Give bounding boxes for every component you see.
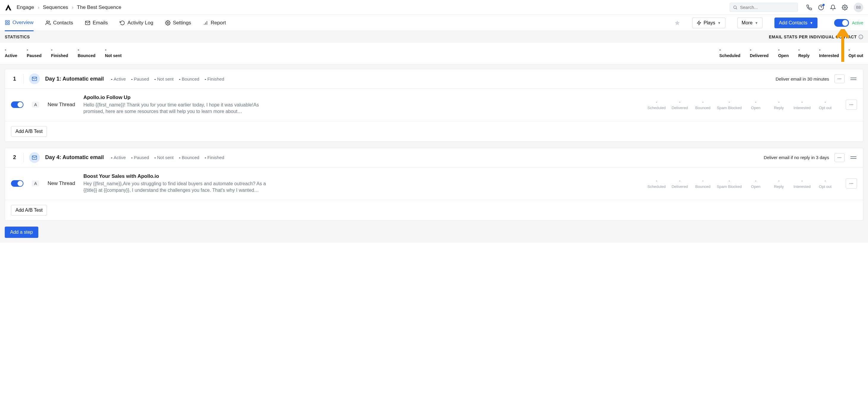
breadcrumb-engage[interactable]: Engage: [17, 4, 34, 10]
star-icon[interactable]: [674, 20, 680, 26]
thread-stat: -Spam Blocked: [717, 99, 742, 110]
step-menu-button[interactable]: [834, 74, 844, 83]
search-input[interactable]: [740, 5, 795, 10]
bell-icon[interactable]: [830, 4, 836, 10]
email-icon: [29, 74, 40, 84]
svg-point-24: [849, 105, 850, 105]
svg-point-4: [844, 6, 846, 8]
chevron-down-icon: ▼: [810, 21, 813, 25]
variant-badge: A: [32, 102, 39, 108]
drag-handle-icon[interactable]: [850, 77, 857, 81]
step-header: 1Day 1: Automatic emailActivePausedNot s…: [5, 69, 863, 89]
thread-stats: -Scheduled-Delivered-Bounced-Spam Blocke…: [647, 99, 834, 110]
step-title: Day 4: Automatic email: [45, 154, 104, 161]
step-mini-stat: Bounced: [179, 77, 199, 82]
thread-stat: -Interested: [793, 99, 811, 110]
step-mini-stat: Paused: [131, 155, 149, 160]
svg-point-19: [838, 79, 839, 79]
stat-value: -: [51, 47, 68, 52]
stat-label: Interested: [819, 53, 839, 58]
svg-point-20: [839, 79, 840, 79]
thread-toggle[interactable]: [11, 180, 24, 187]
email-body[interactable]: Boost Your Sales with Apollo.ioHey {{fir…: [84, 173, 274, 194]
stat-item: -Bounced: [78, 47, 95, 58]
stat-item: -Reply: [798, 47, 809, 58]
thread-stat-value: -: [717, 99, 742, 105]
info-icon[interactable]: [859, 34, 863, 39]
logo-icon: [5, 4, 12, 11]
phone-icon[interactable]: [806, 4, 812, 10]
thread-stat: -Scheduled: [647, 99, 666, 110]
thread-stat: -Interested: [793, 178, 811, 189]
sequence-active-toggle[interactable]: [834, 19, 849, 27]
thread-stat-value: -: [671, 99, 689, 105]
chevron-right-icon: ›: [71, 4, 73, 10]
svg-point-21: [840, 79, 841, 79]
thread-stat: -Scheduled: [647, 178, 666, 189]
tab-contacts[interactable]: Contacts: [45, 15, 73, 31]
svg-rect-8: [5, 23, 7, 25]
drag-handle-icon[interactable]: [850, 155, 857, 160]
thread-label: New Thread: [48, 180, 75, 186]
thread-stat-value: -: [671, 178, 689, 183]
thread-stat-value: -: [746, 178, 765, 183]
tab-overview[interactable]: Overview: [5, 15, 34, 31]
svg-rect-7: [8, 23, 9, 25]
deliver-text: Deliver email if no reply in 3 days: [764, 155, 829, 160]
stat-item: -Paused: [27, 47, 41, 58]
email-subject: Boost Your Sales with Apollo.io: [84, 173, 274, 179]
thread-toggle[interactable]: [11, 102, 24, 108]
breadcrumb-sequences[interactable]: Sequences: [43, 4, 68, 10]
thread-stat: -Bounced: [694, 178, 712, 189]
more-button[interactable]: More ▼: [737, 18, 763, 28]
thread-row: ANew ThreadApollo.io Follow UpHello {{fi…: [5, 89, 863, 121]
active-label: Active: [852, 21, 863, 25]
stat-label: Finished: [51, 53, 68, 58]
stat-item: -Active: [5, 47, 17, 58]
tab-settings[interactable]: Settings: [165, 15, 191, 31]
search-box[interactable]: [730, 3, 798, 12]
thread-stat-label: Open: [746, 106, 765, 110]
stat-label: Open: [778, 53, 789, 58]
thread-stat-label: Interested: [793, 106, 811, 110]
thread-stat: -Open: [746, 178, 765, 189]
tab-activity-log[interactable]: Activity Log: [120, 15, 153, 31]
divider: [24, 74, 24, 84]
add-step-button[interactable]: Add a step: [5, 227, 38, 238]
step-mini-stat: Bounced: [179, 155, 199, 160]
step-mini-stats: ActivePausedNot sentBouncedFinished: [111, 77, 224, 82]
svg-point-33: [851, 183, 852, 184]
stat-label: Not sent: [105, 53, 122, 58]
stats-header-left: STATISTICS: [5, 34, 30, 39]
stat-item: -Opt out: [848, 47, 863, 58]
stat-label: Bounced: [78, 53, 95, 58]
add-contacts-button[interactable]: Add Contacts ▼: [774, 18, 817, 28]
thread-stat: -Reply: [770, 99, 788, 110]
email-preview: Hey {{first_name}},Are you struggling to…: [84, 180, 274, 194]
ab-row: Add A/B Test: [5, 200, 863, 220]
add-ab-test-button[interactable]: Add A/B Test: [11, 126, 47, 137]
sequence-active-toggle-wrap: Active: [834, 19, 863, 27]
email-body[interactable]: Apollo.io Follow UpHello {{first_name}}!…: [84, 94, 274, 115]
svg-point-0: [734, 6, 736, 8]
tab-report[interactable]: Report: [203, 15, 226, 31]
svg-point-29: [840, 157, 841, 158]
add-ab-test-button[interactable]: Add A/B Test: [11, 205, 47, 215]
thread-menu-button[interactable]: [846, 99, 857, 110]
tab-emails[interactable]: Emails: [85, 15, 108, 31]
svg-rect-6: [8, 21, 9, 22]
stat-value: -: [27, 47, 41, 52]
thread-stat-value: -: [793, 178, 811, 183]
plays-button[interactable]: Plays ▼: [692, 18, 725, 28]
email-subject: Apollo.io Follow Up: [84, 94, 274, 100]
stat-label: Opt out: [848, 53, 863, 58]
step-menu-button[interactable]: [834, 153, 844, 162]
thread-stat-value: -: [770, 178, 788, 183]
gear-icon[interactable]: [842, 4, 848, 10]
thread-menu-button[interactable]: [846, 178, 857, 189]
thread-stat-value: -: [647, 99, 666, 105]
thread-stat-label: Opt out: [816, 106, 834, 110]
help-icon[interactable]: [818, 4, 824, 10]
ab-row: Add A/B Test: [5, 121, 863, 142]
avatar[interactable]: BB: [854, 3, 863, 12]
